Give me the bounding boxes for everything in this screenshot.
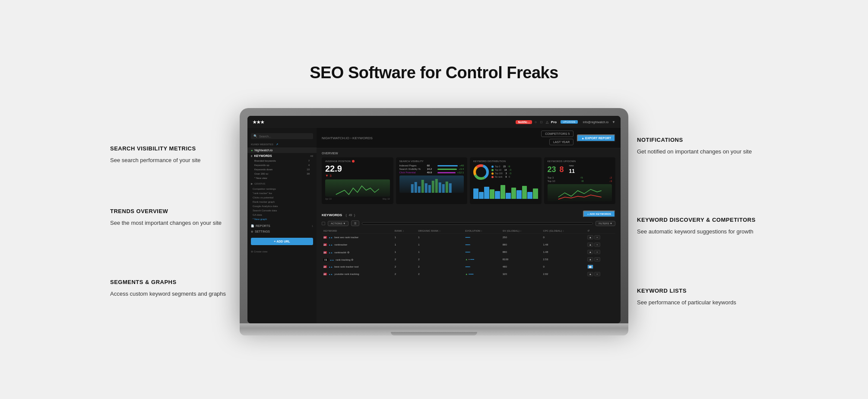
more-btn[interactable]: • <box>594 272 600 276</box>
topbar-icon-3[interactable]: △ <box>546 120 548 124</box>
upgrade-badge[interactable]: UPGRADE <box>561 120 578 124</box>
chat-btn[interactable]: 💬 <box>587 265 593 269</box>
svg-rect-2 <box>418 186 420 193</box>
sidebar-search[interactable]: 🔍 Search... <box>251 133 313 139</box>
sidebar-graph-competitor[interactable]: Competitor rankings <box>247 187 317 191</box>
cell-row-actions: 💬 <box>586 263 615 271</box>
more-btn[interactable]: • <box>594 257 600 262</box>
table-row: 🇺🇸 ▲▲ ranktracker 1 1 •••••••••• 880 <box>322 241 615 249</box>
topbar-icon-1[interactable]: ○ <box>535 120 537 124</box>
sidebar-graph-rank[interactable]: Rank tracker graph <box>247 200 317 204</box>
chart-btn[interactable]: ▲ <box>587 257 593 262</box>
col-rank[interactable]: RANK ↕ <box>393 228 417 234</box>
cell-sv: 880 <box>501 241 542 249</box>
sidebar-sub-down[interactable]: Keywords down 10 <box>247 167 317 172</box>
cell-evolution: •••••••••• <box>463 263 501 271</box>
sidebar-item-settings[interactable]: ⚙ SETTINGS <box>247 229 317 234</box>
sidebar-graph-ga[interactable]: Google Analytics data <box>247 204 317 208</box>
col-cpc[interactable]: CPC (GLOBAL) ↕ <box>542 228 586 234</box>
cell-rank: 1 <box>393 241 417 249</box>
cell-keyword: DE ▲▲ rank tracking ⚙ <box>322 256 393 263</box>
breadcrumb: NIGHTWATCH.IO › KEYWORDS <box>322 136 373 140</box>
cell-row-actions: ▲• <box>586 249 615 256</box>
chart-btn[interactable]: ▲ <box>587 235 593 239</box>
donut-legend: Top 3 23 ↑9 Top 10 14 <box>491 165 511 179</box>
export-button[interactable]: ▲ EXPORT REPORT <box>577 134 615 142</box>
sidebar-graph-clicks[interactable]: Clicks vs potential <box>247 195 317 200</box>
cell-organic-rank: 1 <box>416 249 463 256</box>
donut-container: Top 3 23 ↑9 Top 10 14 <box>473 164 538 180</box>
notification-badge[interactable]: Notific... <box>516 120 532 124</box>
col-actions: ↺ <box>586 228 615 234</box>
table-row: 🇺🇸 ▲▲ youtube rank tracking 2 2 ▲ <box>322 271 615 278</box>
sidebar-graph-gadata[interactable]: GA data <box>247 213 317 217</box>
keywords-title-group: KEYWORDS ( 49 ) <box>322 210 355 218</box>
sidebar-keywords-label: KEYWORDS <box>254 154 309 157</box>
metric-avg-position-title: AVERAGE POSITION <box>325 160 390 163</box>
keywords-section: KEYWORDS ( 49 ) + ADD KEYWORDS ACTIONS ▼ <box>317 207 621 323</box>
filters-button[interactable]: FILTERS ▼ <box>596 221 615 226</box>
sidebar-graph-new[interactable]: * New graph <box>247 217 317 221</box>
svg-rect-7 <box>435 179 437 193</box>
sidebar-graphs-header: ▶ GRAPHS <box>247 180 317 187</box>
more-btn[interactable]: • <box>594 250 600 254</box>
keywords-count-value: 49 <box>348 214 352 217</box>
topbar-dropdown-icon[interactable]: ▼ <box>612 120 615 124</box>
distribution-donut <box>473 164 489 180</box>
chart-btn[interactable]: ▲ <box>587 272 593 276</box>
svg-rect-9 <box>442 184 444 193</box>
sidebar-item-site[interactable]: ● Nightwatch.io <box>247 147 317 153</box>
chart-btn[interactable]: ▲ <box>587 243 593 247</box>
svg-rect-5 <box>428 185 431 193</box>
keyword-search[interactable] <box>362 222 593 225</box>
add-keywords-button[interactable]: + ADD KEYWORDS <box>583 211 615 217</box>
last-year-button[interactable]: LAST YEAR <box>549 139 573 145</box>
topbar-icon-2[interactable]: □ <box>540 120 542 124</box>
laptop-outer: ★★★ Notific... ○ □ △ Pro UPGRADE info@ni… <box>240 108 628 323</box>
flag-us: 🇺🇸 <box>323 251 327 254</box>
cell-row-actions: ▲• <box>586 241 615 249</box>
metric-keywords-updown: KEYWORDS UP/DOWN 23 8 new 11 <box>544 157 616 204</box>
screen-body: 🔍 Search... KUNDI Websites ↗ ● Nightwatc… <box>247 128 621 323</box>
table-toolbar: ACTIONS ▼ ☰ FILTERS ▼ <box>322 220 615 226</box>
sidebar-item-keywords[interactable]: ≡ KEYWORDS 49 <box>247 153 317 159</box>
col-evolution[interactable]: EVOLUTION ↕ <box>463 228 501 234</box>
cell-evolution: •••••••••• <box>463 249 501 256</box>
updown-values: 23 8 new 11 <box>548 164 612 175</box>
sidebar-item-reports[interactable]: 📄 REPORTS 1 <box>247 223 317 229</box>
distribution-bar-chart <box>473 182 538 199</box>
sidebar-sub-newview[interactable]: * New view <box>247 176 317 180</box>
actions-button[interactable]: ACTIONS ▼ <box>328 221 348 226</box>
graphs-icon: ▶ <box>251 182 253 185</box>
col-sv[interactable]: SV (GLOBAL) ↕ <box>501 228 542 234</box>
keywords-count-close: ) <box>354 214 355 217</box>
content-header: NIGHTWATCH.IO › KEYWORDS COMPETITORS 5 L… <box>317 128 621 148</box>
sidebar-sub-200sv[interactable]: Over 200 sv 38 <box>247 172 317 176</box>
sidebar-graph-sc[interactable]: Search Console data <box>247 208 317 213</box>
add-url-button[interactable]: + ADD URL <box>251 238 313 245</box>
chart-btn[interactable]: ▲ <box>587 250 593 254</box>
overview-section: OVERVIEW AVERAGE POSITION 22.9 ▼ 3 <box>317 148 621 207</box>
metric-keywords-updown-title: KEYWORDS UP/DOWN <box>548 160 612 163</box>
sidebar-graph-ranktracker[interactable]: "rank tracker" kw <box>247 191 317 195</box>
competitors-button[interactable]: COMPETITORS 5 <box>541 131 573 137</box>
create-view[interactable]: ⊕ Create view <box>247 249 317 254</box>
cell-rank: 1 <box>393 234 417 241</box>
more-btn[interactable]: • <box>594 235 600 239</box>
table-checkbox[interactable] <box>322 222 325 225</box>
keywords-new-value: 11 <box>569 168 575 174</box>
laptop: ★★★ Notific... ○ □ △ Pro UPGRADE info@ni… <box>240 108 628 335</box>
laptop-screen: ★★★ Notific... ○ □ △ Pro UPGRADE info@ni… <box>247 116 621 323</box>
cell-evolution: •••••••••• <box>463 234 501 241</box>
topbar-pro: Pro <box>551 120 557 124</box>
search-vis-rows: Indexed Pages 60 +40 Search Visibility %… <box>399 164 464 174</box>
sidebar-search-placeholder: Search... <box>259 135 271 138</box>
metric-keyword-distribution: KEYWORD DISTRIBUTION <box>470 157 542 204</box>
metric-search-visibility: SEARCH VISIBILITY Indexed Pages 60 +40 <box>396 157 468 204</box>
sidebar-sub-up[interactable]: Keywords up 4 <box>247 163 317 167</box>
more-btn[interactable]: • <box>594 243 600 247</box>
column-toggle[interactable]: ☰ <box>351 220 359 226</box>
metric-avg-position-sub: ▼ 3 <box>325 174 390 178</box>
sidebar-sub-branded[interactable]: Branded keywords 7 <box>247 159 317 163</box>
col-organic-rank[interactable]: ORGANIC RANK ↕ <box>416 228 463 234</box>
